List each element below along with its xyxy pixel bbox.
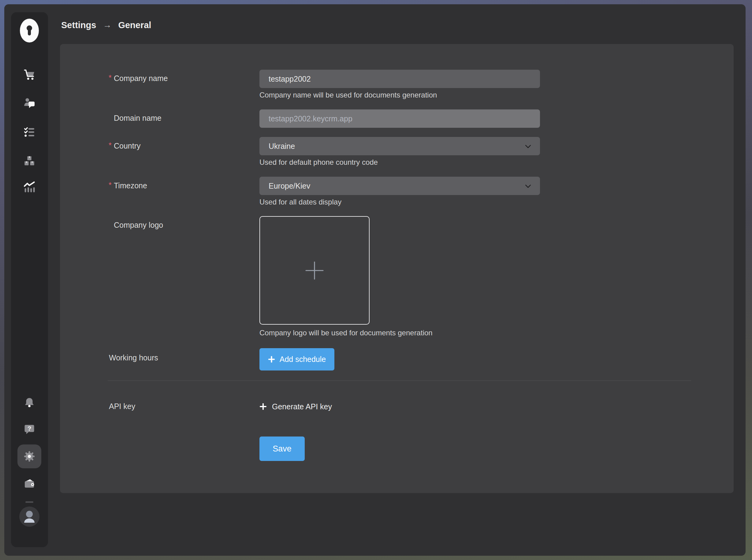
company-logo-label: Company logo [114, 220, 163, 229]
company-logo-upload[interactable] [259, 216, 370, 325]
company-name-hint: Company name will be used for documents … [259, 90, 437, 100]
domain-name-label: Domain name [114, 114, 161, 123]
breadcrumb: Settings → General [61, 19, 151, 31]
timezone-select-value: Europe/Kiev [269, 182, 310, 191]
api-key-label: API key [109, 402, 135, 411]
checklist-icon [23, 126, 36, 138]
sidebar-item-settings[interactable] [22, 449, 37, 464]
sidebar-item-orders[interactable] [22, 67, 37, 82]
add-schedule-button[interactable]: Add schedule [259, 348, 334, 371]
sidebar-divider [25, 501, 33, 503]
plus-icon [268, 356, 275, 363]
app-window: Settings → General [4, 4, 746, 556]
timezone-select[interactable]: Europe/Kiev [259, 177, 540, 195]
sidebar: ? [11, 12, 48, 547]
user-avatar[interactable] [19, 506, 39, 527]
user-chat-icon [23, 96, 36, 110]
company-logo-hint: Company logo will be used for documents … [259, 328, 432, 338]
chevron-down-icon [523, 141, 533, 152]
app-logo[interactable] [20, 19, 39, 42]
required-mark: * [109, 141, 112, 150]
cart-icon [23, 68, 36, 82]
timezone-hint: Used for all dates display [259, 197, 342, 207]
section-divider [108, 381, 691, 381]
domain-name-input [259, 109, 540, 128]
sidebar-item-buyers[interactable] [22, 96, 37, 111]
sidebar-item-inventory[interactable] [22, 154, 37, 168]
bell-icon [23, 397, 36, 409]
company-name-label: * Company name [114, 74, 168, 83]
working-hours-label: Working hours [109, 353, 158, 362]
arrow-right-icon: → [103, 20, 111, 30]
breadcrumb-general: General [118, 20, 151, 30]
country-label: * Country [114, 141, 141, 151]
gear-icon [23, 449, 36, 463]
plus-icon [305, 261, 324, 280]
plus-icon [259, 403, 267, 410]
timezone-label: * Timezone [114, 181, 147, 190]
keyhole-logo-icon [20, 19, 39, 42]
packages-icon [23, 155, 36, 167]
save-button[interactable]: Save [259, 437, 305, 461]
country-select-value: Ukraine [269, 142, 295, 151]
sidebar-item-analytics[interactable] [22, 180, 37, 195]
svg-text:?: ? [27, 425, 32, 432]
country-hint: Used for default phone country code [259, 157, 378, 167]
help-icon: ? [23, 423, 36, 436]
required-mark: * [109, 73, 112, 82]
country-select[interactable]: Ukraine [259, 137, 540, 155]
sidebar-item-notifications[interactable] [22, 396, 37, 410]
desktop-background: { "breadcrumb": { "section": "Settings",… [0, 0, 752, 560]
wallet-icon [23, 477, 36, 490]
sidebar-item-help[interactable]: ? [22, 422, 37, 437]
breadcrumb-settings[interactable]: Settings [61, 20, 96, 30]
user-avatar-icon [19, 506, 39, 527]
generate-api-key-button[interactable]: Generate API key [259, 400, 332, 413]
sidebar-item-tasks[interactable] [22, 125, 37, 139]
settings-general-panel: * Company name Company name will be used… [60, 44, 734, 493]
company-name-input[interactable] [259, 70, 540, 88]
required-mark: * [109, 180, 112, 189]
chevron-down-icon [523, 181, 533, 191]
sidebar-item-billing[interactable] [22, 476, 37, 491]
analytics-icon [23, 180, 36, 194]
